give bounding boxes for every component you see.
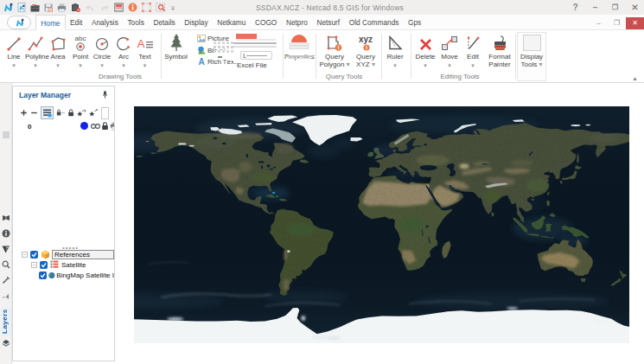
svg-text:A: A <box>137 37 144 50</box>
svg-text:xyz: xyz <box>359 35 373 44</box>
svg-text:A: A <box>198 57 204 66</box>
svg-text:abc: abc <box>75 35 86 42</box>
